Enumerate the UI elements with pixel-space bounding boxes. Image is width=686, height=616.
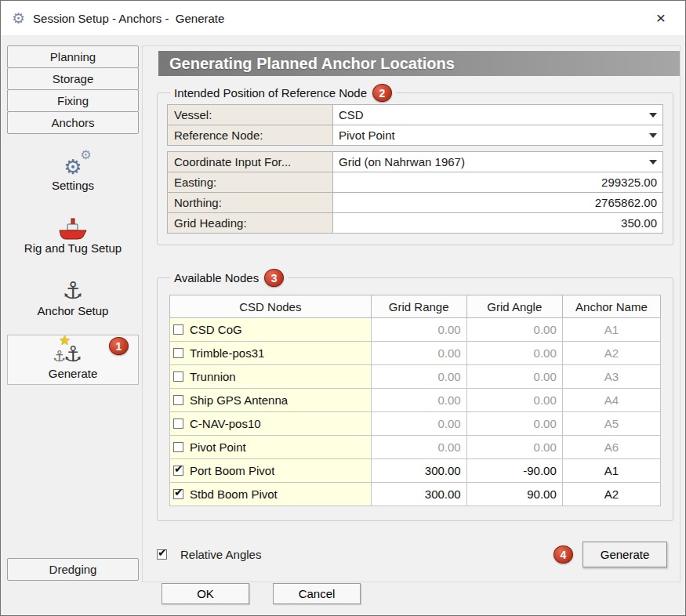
anchor-name-cell: A4 [562,389,660,412]
sidebar-item-anchor-setup[interactable]: ⚓ Anchor Setup [7,272,139,322]
tug-boat-icon [58,213,88,240]
chevron-down-icon[interactable] [649,160,657,165]
grid-range-cell: 300.00 [371,459,466,483]
node-checkbox[interactable] [173,489,183,499]
node-name-cell: Trunnion [170,365,372,389]
sidebar-tab-anchors[interactable]: Anchors [7,111,139,134]
node-name: Trunnion [190,370,236,383]
step-badge-3: 3 [264,269,284,287]
gears-icon: ⚙ ⚙ [64,150,82,177]
table-row[interactable]: C-NAV-pos10 0.00 0.00 A5 [170,412,661,436]
node-checkbox[interactable] [173,324,183,335]
field-row-easting: Easting: 299325.00 [167,172,663,193]
column-header-grid-range: Grid Range [371,295,466,318]
coordinate-format-label: Coordinate Input For... [167,151,333,172]
vessel-label: Vessel: [167,104,333,125]
table-row[interactable]: Trimble-pos31 0.00 0.00 A2 [170,342,661,365]
sidebar-tab-planning[interactable]: Planning [7,45,139,68]
relative-angles-label: Relative Angles [180,548,261,561]
node-name-cell: Port Boom Pivot [170,459,372,483]
sidebar-tab-dredging[interactable]: Dredging [7,558,139,581]
node-checkbox[interactable] [173,419,183,429]
node-checkbox[interactable] [173,348,183,358]
reference-node-label: Reference Node: [167,125,333,146]
table-row[interactable]: Pivot Point 0.00 0.00 A6 [170,436,661,459]
node-name-cell: Trimble-pos31 [170,342,372,365]
vessel-dropdown[interactable]: CSD [333,104,663,125]
reference-node-group: Intended Position of Reference Node 2 Ve… [157,84,673,245]
anchor-icon: ⚓ [63,276,84,303]
node-name: Pivot Point [190,440,246,454]
node-name: CSD CoG [190,323,242,336]
ok-button[interactable]: OK [162,583,249,604]
node-name: C-NAV-pos10 [190,417,261,430]
table-header-row: CSD Nodes Grid Range Grid Angle Anchor N… [170,295,661,318]
table-row[interactable]: CSD CoG 0.00 0.00 A1 [170,318,661,342]
node-name: Trimble-pos31 [190,346,264,360]
node-checkbox[interactable] [173,395,183,405]
grid-range-cell: 0.00 [371,436,466,459]
northing-label: Northing: [167,192,333,213]
grid-heading-field[interactable]: 350.00 [333,212,663,234]
node-checkbox[interactable] [173,371,183,382]
anchor-name-cell: A2 [562,483,660,506]
anchor-name-cell: A3 [562,365,660,389]
grid-range-cell: 0.00 [371,318,466,342]
session-setup-dialog: ⚙ Session Setup - Anchors - Generate × P… [0,0,686,616]
northing-field[interactable]: 2765862.00 [333,192,663,213]
table-row[interactable]: Stbd Boom Pivot 300.00 90.00 A2 [170,483,661,506]
chevron-down-icon[interactable] [649,113,657,118]
generate-button[interactable]: Generate [583,542,667,567]
sidebar-item-label: Generate [49,367,98,380]
table-row[interactable]: Trunnion 0.00 0.00 A3 [170,365,661,389]
node-name-cell: Stbd Boom Pivot [170,483,372,506]
anchor-name-cell: A1 [562,318,660,342]
node-name-cell: Ship GPS Antenna [170,389,372,412]
footer: OK Cancel [162,583,361,604]
node-name-cell: CSD CoG [170,318,372,342]
node-checkbox[interactable] [173,442,183,452]
grid-angle-cell: 0.00 [466,318,562,342]
window-title: Session Setup - Anchors - Generate [33,12,224,25]
column-header-csd-nodes: CSD Nodes [170,295,372,318]
close-icon[interactable]: × [649,7,673,29]
node-name-cell: C-NAV-pos10 [170,412,372,436]
grid-angle-cell: 0.00 [466,436,562,459]
sidebar-item-label: Rig and Tug Setup [24,241,122,255]
app-gear-icon: ⚙ [12,11,25,26]
sidebar-item-generate[interactable]: ⚓ ⚓ ★ Generate 1 [7,335,139,385]
sidebar-item-label: Settings [52,179,94,192]
sidebar-item-settings[interactable]: ⚙ ⚙ Settings [7,147,139,197]
easting-label: Easting: [167,172,333,193]
coordinate-format-dropdown[interactable]: Grid (on Nahrwan 1967) [333,151,663,172]
cancel-button[interactable]: Cancel [273,583,361,604]
grid-angle-cell: 0.00 [466,389,562,412]
table-row[interactable]: Port Boom Pivot 300.00 -90.00 A1 [170,459,661,483]
column-header-grid-angle: Grid Angle [466,295,562,318]
reference-node-fields: Vessel: CSD Reference Node: Pivot Point … [167,104,663,234]
field-row-reference-node: Reference Node: Pivot Point [167,125,663,146]
chevron-down-icon[interactable] [649,133,657,138]
grid-angle-cell: 0.00 [466,412,562,436]
table-row[interactable]: Ship GPS Antenna 0.00 0.00 A4 [170,389,661,412]
main-panel: Generating Planned Anchor Locations Inte… [142,45,681,582]
easting-field[interactable]: 299325.00 [333,172,663,193]
sidebar-tab-storage[interactable]: Storage [7,67,139,90]
field-row-vessel: Vessel: CSD [167,104,663,125]
grid-heading-label: Grid Heading: [167,212,333,234]
sidebar-item-rig-and-tug-setup[interactable]: Rig and Tug Setup [7,209,139,259]
reference-node-dropdown[interactable]: Pivot Point [333,125,663,146]
column-header-anchor-name: Anchor Name [562,295,660,318]
anchor-name-cell: A2 [562,342,660,365]
available-nodes-group: Available Nodes 3 CSD Nodes Grid Range G… [157,269,673,521]
sidebar-spacer [7,385,139,559]
field-row-northing: Northing: 2765862.00 [167,192,663,213]
star-icon: ★ [59,334,71,347]
relative-angles-checkbox[interactable] [157,549,167,560]
node-checkbox[interactable] [173,466,183,476]
sidebar-tab-fixing[interactable]: Fixing [7,89,139,112]
grid-range-cell: 0.00 [371,389,466,412]
node-name-cell: Pivot Point [170,436,372,459]
bottom-row: Relative Angles 4 Generate [157,542,667,567]
step-badge-4: 4 [554,545,573,563]
